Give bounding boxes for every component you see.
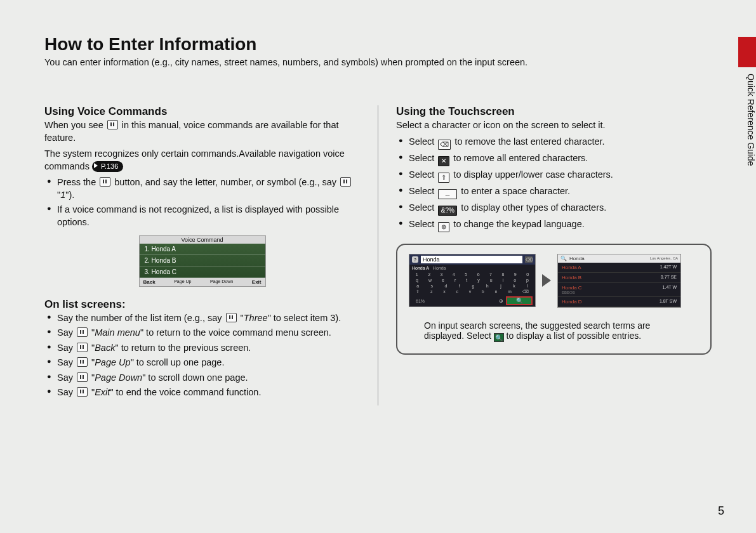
- touch-bullet-3: Select ⇧ to display upper/lower case cha…: [399, 169, 712, 183]
- search-icon: 🔍: [494, 333, 504, 342]
- voice-icon: [340, 177, 351, 187]
- voice-bullet-1: Press the button, and say the letter, nu…: [47, 176, 360, 201]
- voice-icon: [226, 313, 237, 322]
- page-title: How to Enter Information: [44, 34, 712, 55]
- mini-pct: 61%: [416, 299, 425, 303]
- globe-icon: ⊕: [438, 222, 449, 232]
- list-bullet-4: Say "Page Up" to scroll up one page.: [47, 357, 360, 369]
- list-bullet-2: Say "Main menu" to return to the voice c…: [47, 327, 360, 339]
- list-bullet-3: Say "Back" to return to the previous scr…: [47, 342, 360, 355]
- touch-bullet-2: Select ✕ to remove all entered character…: [399, 152, 712, 166]
- results-screenshot: 🔍 Honda Los Angeles, CA Honda A1.42T W H…: [557, 254, 681, 308]
- touch-bullet-4: Select ⎵ to enter a space character.: [399, 185, 712, 199]
- vc-header: Voice Command: [140, 236, 265, 244]
- vc-pageup: Page Up: [174, 279, 191, 285]
- voice-icon: [107, 120, 118, 129]
- mini-tab-a: Honda A: [412, 266, 429, 270]
- vc-exit: Exit: [252, 279, 262, 285]
- vc-option-2: 2. Honda B: [140, 255, 265, 266]
- voice-icon: [77, 372, 88, 382]
- arrow-right-icon: [542, 274, 551, 287]
- mini-input-2: Honda: [569, 256, 585, 261]
- voice-icon: [77, 357, 88, 367]
- space-icon: ⎵: [438, 189, 457, 199]
- voice-icon: [77, 343, 88, 352]
- help-icon: ?: [412, 256, 418, 263]
- list-heading: On list screens:: [44, 298, 360, 311]
- mini-search-button: 🔍: [506, 296, 533, 305]
- mini-tab-b: Honda: [433, 266, 446, 270]
- voice-heading: Using Voice Commands: [44, 105, 360, 118]
- list-bullet-6: Say "Exit" to end the voice command func…: [47, 386, 360, 399]
- page-number: 5: [718, 504, 724, 518]
- symbols-icon: &?%: [438, 206, 457, 216]
- touch-bullet-6: Select ⊕ to change the keypad language.: [399, 218, 712, 232]
- touch-intro: Select a character or icon on the screen…: [396, 119, 712, 132]
- page-intro: You can enter information (e.g., city na…: [44, 57, 712, 67]
- voice-icon: [77, 327, 88, 337]
- mini-input: Honda: [421, 256, 522, 263]
- clear-all-icon: ✕: [438, 156, 449, 166]
- side-tab-label: Quick Reference Guide: [738, 71, 756, 198]
- column-divider: [378, 105, 378, 405]
- voice-command-screenshot: Voice Command 1. Honda A 2. Honda B 3. H…: [139, 235, 266, 287]
- voice-p2: The system recognizes only certain comma…: [44, 148, 360, 173]
- mini-globe-icon: ⊕: [499, 298, 503, 304]
- delete-char-icon: ⌫: [438, 140, 451, 150]
- shift-icon: ⇧: [438, 173, 449, 183]
- touch-heading: Using the Touchscreen: [396, 105, 712, 118]
- touch-bullet-1: Select ⌫ to remove the last entered char…: [399, 136, 712, 150]
- voice-p1: When you see in this manual, voice comma…: [44, 119, 360, 144]
- list-bullet-5: Say "Page Down" to scroll down one page.: [47, 372, 360, 385]
- list-bullet-1: Say the number of the list item (e.g., s…: [47, 312, 360, 325]
- vc-option-1: 1. Honda A: [140, 244, 265, 255]
- voice-bullet-2: If a voice command is not recognized, a …: [47, 204, 360, 228]
- vc-option-3: 3. Honda C: [140, 266, 265, 278]
- side-tab-marker: [738, 37, 756, 67]
- vc-back: Back: [143, 279, 156, 285]
- search-icon: 🔍: [560, 256, 567, 261]
- clear-icon: ⌫: [525, 256, 533, 263]
- voice-icon: [77, 387, 88, 397]
- voice-icon: [100, 177, 110, 187]
- note-text: On input search screens, the suggested s…: [409, 320, 699, 343]
- keyboard-screenshot: ? Honda ⌫ Honda A Honda 1234567890 qwert…: [409, 254, 536, 307]
- touch-bullet-5: Select &?% to display other types of cha…: [399, 202, 712, 216]
- mini-location: Los Angeles, CA: [650, 256, 678, 260]
- note-box: ? Honda ⌫ Honda A Honda 1234567890 qwert…: [396, 244, 712, 355]
- page-ref-link[interactable]: P.136: [92, 161, 123, 172]
- vc-pagedown: Page Down: [210, 279, 233, 285]
